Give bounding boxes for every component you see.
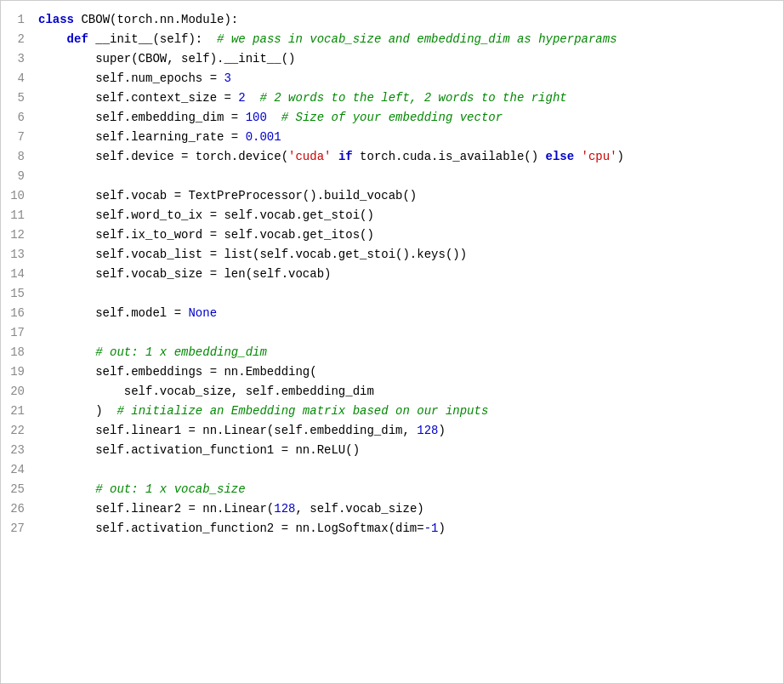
table-row: 17 — [1, 322, 783, 342]
line-code[interactable]: self.vocab_size = len(self.vocab) — [35, 264, 783, 283]
line-code[interactable]: self.device = torch.device('cuda' if tor… — [35, 146, 783, 166]
line-number: 21 — [1, 401, 35, 420]
line-code[interactable]: class CBOW(torch.nn.Module): — [35, 9, 783, 29]
line-number: 16 — [1, 303, 35, 322]
line-number: 4 — [1, 68, 35, 88]
line-code[interactable]: def __init__(self): # we pass in vocab_s… — [35, 29, 783, 48]
line-code[interactable]: # out: 1 x embedding_dim — [35, 342, 783, 362]
line-number: 26 — [1, 499, 35, 518]
line-number: 19 — [1, 362, 35, 381]
line-number: 12 — [1, 225, 35, 244]
line-code[interactable]: self.learning_rate = 0.001 — [35, 127, 783, 146]
line-code[interactable] — [35, 322, 783, 342]
line-number: 18 — [1, 342, 35, 362]
table-row: 13 self.vocab_list = list(self.vocab.get… — [1, 244, 783, 264]
table-row: 9 — [1, 166, 783, 185]
line-number: 23 — [1, 440, 35, 459]
table-row: 18 # out: 1 x embedding_dim — [1, 342, 783, 362]
table-row: 21 ) # initialize an Embedding matrix ba… — [1, 401, 783, 420]
table-row: 23 self.activation_function1 = nn.ReLU() — [1, 440, 783, 459]
table-row: 20 self.vocab_size, self.embedding_dim — [1, 381, 783, 401]
line-code[interactable]: self.activation_function2 = nn.LogSoftma… — [35, 518, 783, 538]
table-row: 15 — [1, 283, 783, 303]
line-number: 14 — [1, 264, 35, 283]
table-row: 14 self.vocab_size = len(self.vocab) — [1, 264, 783, 283]
line-code[interactable]: self.num_epochs = 3 — [35, 68, 783, 88]
line-code[interactable]: self.ix_to_word = self.vocab.get_itos() — [35, 225, 783, 244]
line-number: 24 — [1, 459, 35, 479]
line-number: 6 — [1, 107, 35, 127]
line-code[interactable] — [35, 459, 783, 479]
table-row: 1 class CBOW(torch.nn.Module): — [1, 9, 783, 29]
line-code[interactable]: self.vocab = TextPreProcessor().build_vo… — [35, 185, 783, 205]
line-code[interactable]: self.model = None — [35, 303, 783, 322]
line-number: 27 — [1, 518, 35, 538]
table-row: 26 self.linear2 = nn.Linear(128, self.vo… — [1, 499, 783, 518]
table-row: 4 self.num_epochs = 3 — [1, 68, 783, 88]
line-number: 1 — [1, 9, 35, 29]
line-number: 17 — [1, 322, 35, 342]
line-code[interactable]: self.activation_function1 = nn.ReLU() — [35, 440, 783, 459]
line-number: 13 — [1, 244, 35, 264]
line-code[interactable]: self.embedding_dim = 100 # Size of your … — [35, 107, 783, 127]
line-number: 7 — [1, 127, 35, 146]
line-number: 15 — [1, 283, 35, 303]
line-number: 5 — [1, 88, 35, 107]
code-table: 1 class CBOW(torch.nn.Module): 2 def __i… — [1, 9, 783, 538]
line-code[interactable]: # out: 1 x vocab_size — [35, 479, 783, 499]
line-code[interactable]: self.context_size = 2 # 2 words to the l… — [35, 88, 783, 107]
table-row: 8 self.device = torch.device('cuda' if t… — [1, 146, 783, 166]
line-code[interactable]: ) # initialize an Embedding matrix based… — [35, 401, 783, 420]
table-row: 12 self.ix_to_word = self.vocab.get_itos… — [1, 225, 783, 244]
line-code[interactable]: self.word_to_ix = self.vocab.get_stoi() — [35, 205, 783, 225]
line-code[interactable]: self.vocab_size, self.embedding_dim — [35, 381, 783, 401]
line-number: 3 — [1, 48, 35, 68]
table-row: 27 self.activation_function2 = nn.LogSof… — [1, 518, 783, 538]
table-row: 3 super(CBOW, self).__init__() — [1, 48, 783, 68]
line-code[interactable]: self.embeddings = nn.Embedding( — [35, 362, 783, 381]
line-code[interactable] — [35, 166, 783, 185]
line-code[interactable]: self.linear2 = nn.Linear(128, self.vocab… — [35, 499, 783, 518]
table-row: 2 def __init__(self): # we pass in vocab… — [1, 29, 783, 48]
line-code[interactable]: self.linear1 = nn.Linear(self.embedding_… — [35, 420, 783, 440]
line-code[interactable] — [35, 283, 783, 303]
table-row: 6 self.embedding_dim = 100 # Size of you… — [1, 107, 783, 127]
line-number: 22 — [1, 420, 35, 440]
line-number: 8 — [1, 146, 35, 166]
line-number: 9 — [1, 166, 35, 185]
table-row: 24 — [1, 459, 783, 479]
line-number: 25 — [1, 479, 35, 499]
line-number: 10 — [1, 185, 35, 205]
table-row: 11 self.word_to_ix = self.vocab.get_stoi… — [1, 205, 783, 225]
table-row: 16 self.model = None — [1, 303, 783, 322]
code-editor: 1 class CBOW(torch.nn.Module): 2 def __i… — [0, 0, 784, 684]
table-row: 7 self.learning_rate = 0.001 — [1, 127, 783, 146]
table-row: 22 self.linear1 = nn.Linear(self.embeddi… — [1, 420, 783, 440]
line-number: 2 — [1, 29, 35, 48]
table-row: 5 self.context_size = 2 # 2 words to the… — [1, 88, 783, 107]
table-row: 25 # out: 1 x vocab_size — [1, 479, 783, 499]
line-code[interactable]: self.vocab_list = list(self.vocab.get_st… — [35, 244, 783, 264]
line-number: 11 — [1, 205, 35, 225]
line-number: 20 — [1, 381, 35, 401]
table-row: 10 self.vocab = TextPreProcessor().build… — [1, 185, 783, 205]
line-code[interactable]: super(CBOW, self).__init__() — [35, 48, 783, 68]
table-row: 19 self.embeddings = nn.Embedding( — [1, 362, 783, 381]
